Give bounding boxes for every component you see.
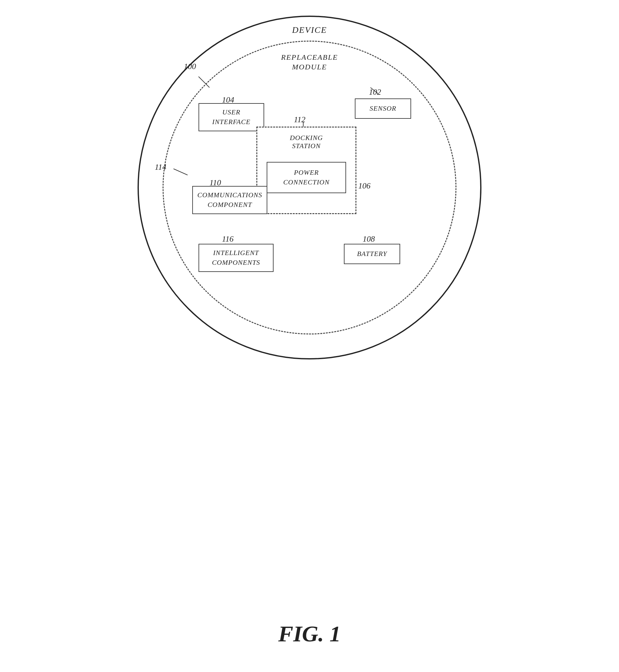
power-connection-box: POWERCONNECTION xyxy=(267,162,346,193)
ref-106: 106 xyxy=(358,181,370,191)
ref-104: 104 xyxy=(222,95,234,105)
ref-114: 114 xyxy=(155,162,166,172)
ref-112: 112 xyxy=(294,115,305,125)
battery-label: BATTERY xyxy=(357,249,387,259)
ref-102: 102 xyxy=(369,87,381,97)
ref-100: 100 xyxy=(184,62,196,71)
communications-label: COMMUNICATIONSCOMPONENT xyxy=(197,190,262,210)
diagram-container: DEVICE DEVICE REPLACEABLEMODULE 100 114 … xyxy=(138,16,481,360)
battery-box: BATTERY xyxy=(344,244,400,264)
fig-label: FIG. 1 xyxy=(278,621,341,647)
ref-108: 108 xyxy=(363,234,375,244)
intelligent-label: INTELLIGENTCOMPONENTS xyxy=(212,248,260,268)
sensor-box: SENSOR xyxy=(355,98,411,119)
replaceable-module-label: DEVICE REPLACEABLEMODULE xyxy=(281,53,338,72)
device-label: DEVICE xyxy=(292,25,327,35)
ref-116: 116 xyxy=(222,234,233,244)
communications-box: COMMUNICATIONSCOMPONENT xyxy=(192,186,267,214)
ref-110: 110 xyxy=(209,178,221,188)
docking-station-outer: DOCKINGSTATION POWERCONNECTION xyxy=(256,127,356,214)
power-connection-label: POWERCONNECTION xyxy=(283,168,330,187)
sensor-label: SENSOR xyxy=(369,104,396,114)
user-interface-label: USERINTERFACE xyxy=(212,107,251,127)
intelligent-components-box: INTELLIGENTCOMPONENTS xyxy=(199,244,274,272)
user-interface-box: USERINTERFACE xyxy=(199,103,264,131)
docking-station-label: DOCKINGSTATION xyxy=(290,134,323,150)
